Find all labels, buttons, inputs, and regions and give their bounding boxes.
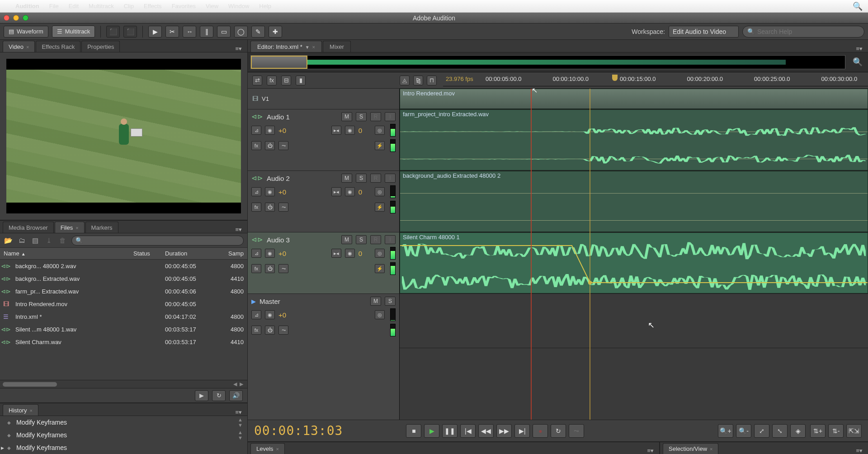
file-row[interactable]: ⊲⊳ Silent ...m 48000 1.wav 00:03:53:17 4… [0, 323, 247, 336]
power-icon[interactable]: ⏻ [265, 326, 275, 335]
ripple-icon[interactable]: ⧎ [413, 76, 423, 85]
go-start-button[interactable]: |◀ [460, 424, 476, 438]
stop-button[interactable]: ■ [406, 424, 421, 438]
insert-icon[interactable]: ⤓ [44, 236, 53, 245]
move-tool[interactable]: ▶ [148, 26, 162, 38]
zoom-in-button[interactable]: 🔍+ [718, 424, 733, 438]
menu-window[interactable]: Window [228, 3, 249, 9]
panel-menu-icon[interactable]: ≡▾ [853, 45, 865, 52]
spotlight-icon[interactable]: 🔍 [853, 1, 863, 11]
stereo-icon[interactable]: ◎ [375, 310, 385, 319]
pan-left-icon[interactable]: ▸◂ [331, 249, 341, 258]
track-header-audio3[interactable]: ⊲⊳Audio 3 M S R I ⊿◉+0▸◂◉0◎ fx⏻⤳⚡ [248, 232, 399, 294]
zoom-sel-button[interactable]: ⤡ [772, 424, 788, 438]
trash-icon[interactable]: 🗑 [58, 236, 67, 245]
zoom-window-button[interactable] [23, 15, 28, 21]
panel-menu-icon[interactable]: ≡▾ [853, 447, 865, 454]
time-select-tool[interactable]: ‖ [200, 26, 213, 38]
menu-favorites[interactable]: Favorites [172, 3, 196, 9]
file-row[interactable]: ☰ Intro.xml * 00:04:17:02 4800 [0, 310, 247, 323]
col-status[interactable]: Status [130, 250, 161, 257]
automation-icon[interactable]: ⤳ [278, 326, 288, 335]
snap-icon[interactable]: ◬ [400, 76, 410, 85]
marker-icon[interactable] [612, 75, 618, 81]
tab-editor[interactable]: Editor: Intro.xml *▼× [250, 41, 322, 52]
skip-selection-button[interactable]: ⤳ [569, 424, 584, 438]
record-arm-button[interactable]: R [370, 174, 381, 183]
menu-edit[interactable]: Edit [69, 3, 79, 9]
help-search-input[interactable] [757, 28, 859, 35]
tab-levels[interactable]: Levels× [250, 443, 285, 454]
file-row[interactable]: ⊲⊳ farm_pr... Extracted.wav 00:00:45:06 … [0, 285, 247, 298]
timeline-content[interactable]: Intro Rendered.mov farm_project_intro Ex… [400, 89, 868, 420]
scrollbar-thumb[interactable] [3, 382, 57, 387]
tool-1[interactable]: ⬛ [106, 26, 120, 38]
menu-effects[interactable]: Effects [144, 3, 162, 9]
history-item[interactable]: Modify Keyframes▲▼ [0, 416, 247, 429]
toggle-inputs-icon[interactable]: ⇄ [252, 76, 262, 85]
col-duration[interactable]: Duration [161, 250, 220, 257]
knob-icon[interactable]: ◉ [265, 310, 275, 319]
mute-button[interactable]: M [370, 297, 381, 306]
close-icon[interactable]: × [312, 44, 315, 50]
forward-button[interactable]: ▶▶ [496, 424, 512, 438]
tab-video[interactable]: Video× [3, 41, 35, 52]
razor-tool[interactable]: ✂ [165, 26, 179, 38]
solo-button[interactable]: S [385, 297, 396, 306]
close-icon[interactable]: × [29, 408, 32, 413]
fx-icon[interactable]: fx [251, 141, 261, 150]
pan-knob[interactable]: ◉ [345, 187, 355, 196]
files-list[interactable]: ⊲⊳ backgro... 48000 2.wav 00:00:45:05 48… [0, 260, 247, 380]
pan-value[interactable]: 0 [359, 127, 362, 134]
col-sample[interactable]: Samp [220, 250, 247, 257]
solo-button[interactable]: S [356, 112, 367, 121]
stereo-icon[interactable]: ◎ [375, 126, 385, 135]
record-arm-button[interactable]: R [370, 112, 381, 121]
spot-heal-tool[interactable]: ✚ [269, 26, 282, 38]
file-row[interactable]: ⊲⊳ Silent Charm.wav 00:03:53:17 4410 [0, 336, 247, 348]
tab-markers[interactable]: Markers [85, 222, 118, 233]
tab-history[interactable]: History× [3, 404, 38, 416]
read-mode-icon[interactable]: ⚡ [375, 141, 385, 150]
menu-multitrack[interactable]: Multitrack [89, 3, 114, 9]
history-item[interactable]: Modify Keyframes [0, 441, 247, 454]
menu-view[interactable]: View [206, 3, 218, 9]
track-header-master[interactable]: ▶Master M S ⊿◉+0◎ fx⏻⤳ [248, 294, 399, 348]
video-preview[interactable] [6, 59, 241, 213]
fx-icon[interactable]: fx [267, 76, 277, 85]
video-track-header[interactable]: 🎞 V1 [248, 89, 399, 109]
panel-menu-icon[interactable]: ≡▾ [232, 45, 245, 52]
power-icon[interactable]: ⏻ [265, 264, 275, 273]
col-name[interactable]: Name▲ [0, 250, 130, 257]
import-icon[interactable]: 🗂 [17, 236, 26, 245]
magnet-icon[interactable]: ⊓ [427, 76, 437, 85]
new-file-icon[interactable]: ▤ [31, 236, 40, 245]
mute-button[interactable]: M [341, 112, 352, 121]
track-header-audio2[interactable]: ⊲⊳Audio 2 M S R I ⊿◉+0▸◂◉0◎ fx⏻⤳⚡ [248, 171, 399, 232]
play-button[interactable]: ▶ [424, 424, 439, 438]
autoplay-button[interactable]: 🔊 [229, 390, 243, 401]
read-mode-icon[interactable]: ⚡ [375, 203, 385, 212]
file-row[interactable]: ⊲⊳ backgro... 48000 2.wav 00:00:45:05 48… [0, 260, 247, 272]
files-filter[interactable]: 🔍 [71, 236, 244, 246]
gain-value[interactable]: +0 [278, 127, 286, 134]
pan-knob[interactable]: ◉ [345, 126, 355, 135]
lasso-tool[interactable]: ◯ [234, 26, 248, 38]
brush-tool[interactable]: ✎ [251, 26, 265, 38]
audio-clip-3[interactable]: Silent Charm 48000 1 [400, 232, 868, 293]
scroll-left-icon[interactable]: ◀ [232, 381, 238, 387]
multitrack-view-button[interactable]: ☰ Multitrack [52, 26, 95, 38]
automation-icon[interactable]: ⤳ [278, 264, 288, 273]
panel-menu-icon[interactable]: ≡▾ [232, 226, 245, 233]
mute-button[interactable]: M [341, 235, 352, 244]
history-list[interactable]: Modify Keyframes▲▼Modify Keyframes▲▼Modi… [0, 416, 247, 454]
menu-file[interactable]: File [49, 3, 59, 9]
timecode[interactable]: 00:00:13:03 [254, 423, 354, 438]
close-icon[interactable]: × [276, 446, 279, 452]
waveform-view-button[interactable]: ▤ Waveform [4, 26, 48, 38]
close-icon[interactable]: × [26, 44, 29, 50]
read-mode-icon[interactable]: ⚡ [375, 264, 385, 273]
go-end-button[interactable]: ▶| [514, 424, 530, 438]
play-file-button[interactable]: ▶ [195, 390, 208, 401]
mute-button[interactable]: M [341, 174, 352, 183]
